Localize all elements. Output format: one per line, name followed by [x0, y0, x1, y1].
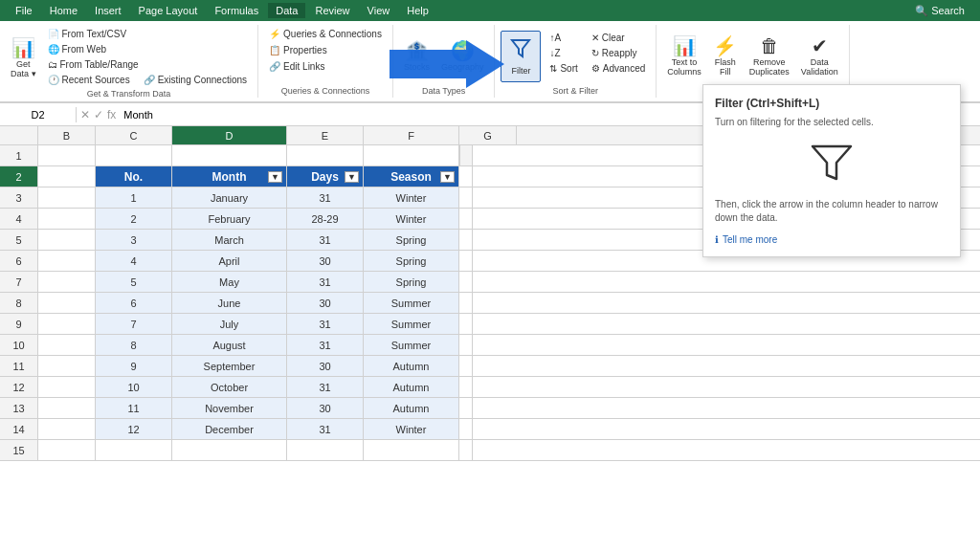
row-num-1[interactable]: 1 [0, 145, 38, 165]
col-header-c[interactable]: C [96, 126, 172, 144]
row-num-11[interactable]: 11 [0, 356, 38, 376]
cell-d13[interactable]: November [172, 398, 287, 418]
row-num-12[interactable]: 12 [0, 377, 38, 397]
menu-view[interactable]: View [360, 3, 398, 18]
cell-f5[interactable]: Spring [364, 230, 459, 250]
season-filter-dropdown[interactable]: ▼ [440, 171, 455, 183]
cell-days-header[interactable]: Days ▼ [287, 166, 364, 187]
cell-d12[interactable]: October [172, 377, 287, 397]
cell-e12[interactable]: 31 [287, 377, 364, 397]
cell-c11[interactable]: 9 [96, 356, 172, 376]
cell-e5[interactable]: 31 [287, 230, 364, 250]
cell-b3[interactable] [38, 187, 96, 208]
sort-ascending-button[interactable]: ↑A [545, 31, 582, 45]
cell-b14[interactable] [38, 419, 96, 439]
cell-e13[interactable]: 30 [287, 398, 364, 418]
cell-d4[interactable]: February [172, 209, 287, 229]
get-data-button[interactable]: 📊 GetData ▾ [6, 33, 41, 81]
stocks-button[interactable]: 🏦 Stocks [399, 36, 434, 75]
cell-c7[interactable]: 5 [96, 272, 172, 292]
cell-c14[interactable]: 12 [96, 419, 172, 439]
from-web-button[interactable]: 🌐 From Web [43, 42, 253, 56]
row-num-13[interactable]: 13 [0, 398, 38, 418]
from-table-range-button[interactable]: 🗂 From Table/Range [43, 57, 253, 72]
cell-f15[interactable] [364, 440, 459, 460]
sort-button[interactable]: ⇅ Sort [545, 61, 582, 76]
cell-b9[interactable] [38, 314, 96, 334]
cell-c6[interactable]: 4 [96, 251, 172, 271]
from-text-csv-button[interactable]: 📄 From Text/CSV [43, 27, 253, 41]
cell-d5[interactable]: March [172, 230, 287, 250]
cell-b15[interactable] [38, 440, 96, 460]
row-num-4[interactable]: 4 [0, 209, 38, 229]
cell-d9[interactable]: July [172, 314, 287, 334]
row-num-7[interactable]: 7 [0, 272, 38, 292]
cell-d1[interactable] [172, 145, 287, 165]
cell-b4[interactable] [38, 209, 96, 229]
cell-f6[interactable]: Spring [364, 251, 459, 271]
cell-e6[interactable]: 30 [287, 251, 364, 271]
cell-d14[interactable]: December [172, 419, 287, 439]
cell-f12[interactable]: Autumn [364, 377, 459, 397]
row-num-5[interactable]: 5 [0, 230, 38, 250]
cell-c12[interactable]: 10 [96, 377, 172, 397]
days-filter-dropdown[interactable]: ▼ [345, 171, 359, 183]
cell-c1[interactable] [96, 145, 172, 165]
cell-e14[interactable]: 31 [287, 419, 364, 439]
cell-b6[interactable] [38, 251, 96, 271]
advanced-button[interactable]: ⚙ Advanced [587, 61, 650, 76]
menu-formulas[interactable]: Formulas [207, 3, 266, 18]
menu-help[interactable]: Help [399, 3, 436, 18]
row-num-2[interactable]: 2 [0, 166, 38, 187]
row-num-15[interactable]: 15 [0, 440, 38, 460]
menu-page-layout[interactable]: Page Layout [131, 3, 206, 18]
col-header-d[interactable]: D [172, 126, 287, 144]
cell-e11[interactable]: 30 [287, 356, 364, 376]
existing-connections-button[interactable]: 🔗 Existing Connections [139, 73, 252, 87]
cell-f7[interactable]: Spring [364, 272, 459, 292]
menu-home[interactable]: Home [42, 3, 85, 18]
cell-c9[interactable]: 7 [96, 314, 172, 334]
row-num-10[interactable]: 10 [0, 335, 38, 355]
edit-links-button[interactable]: 🔗 Edit Links [264, 59, 329, 74]
menu-review[interactable]: Review [307, 3, 357, 18]
clear-button[interactable]: ✕ Clear [587, 31, 650, 45]
cell-b2[interactable] [38, 166, 96, 187]
cell-d8[interactable]: June [172, 293, 287, 313]
row-num-6[interactable]: 6 [0, 251, 38, 271]
cell-e4[interactable]: 28-29 [287, 209, 364, 229]
menu-data[interactable]: Data [268, 3, 305, 18]
cell-b1[interactable] [38, 145, 96, 165]
menu-file[interactable]: File [8, 3, 40, 18]
cell-c5[interactable]: 3 [96, 230, 172, 250]
flash-fill-button[interactable]: ⚡ FlashFill [708, 32, 743, 79]
cell-e8[interactable]: 30 [287, 293, 364, 313]
cell-b8[interactable] [38, 293, 96, 313]
geography-button[interactable]: 🌍 Geography [436, 36, 489, 75]
col-header-e[interactable]: E [287, 126, 364, 144]
cell-e1[interactable] [287, 145, 364, 165]
cell-f1[interactable] [364, 145, 459, 165]
cell-b12[interactable] [38, 377, 96, 397]
cell-no-header[interactable]: No. [96, 166, 172, 187]
month-filter-dropdown[interactable]: ▼ [268, 171, 282, 183]
cell-b5[interactable] [38, 230, 96, 250]
cell-d11[interactable]: September [172, 356, 287, 376]
col-header-f[interactable]: F [364, 126, 459, 144]
learn-more-label[interactable]: Tell me more [723, 234, 777, 245]
text-to-columns-button[interactable]: 📊 Text toColumns [662, 32, 706, 79]
cell-c13[interactable]: 11 [96, 398, 172, 418]
reapply-button[interactable]: ↻ Reapply [587, 46, 650, 60]
sort-descending-button[interactable]: ↓Z [545, 46, 582, 60]
cell-c15[interactable] [96, 440, 172, 460]
cell-season-header[interactable]: Season ▼ [364, 166, 459, 187]
name-box[interactable]: D2 [0, 107, 77, 122]
cell-f14[interactable]: Winter [364, 419, 459, 439]
cell-c4[interactable]: 2 [96, 209, 172, 229]
row-num-8[interactable]: 8 [0, 293, 38, 313]
cell-d3[interactable]: January [172, 187, 287, 208]
col-header-g[interactable]: G [459, 126, 517, 144]
data-validation-button[interactable]: ✔ DataValidation [796, 32, 843, 79]
properties-button[interactable]: 📋 Properties [264, 43, 332, 57]
cell-d6[interactable]: April [172, 251, 287, 271]
